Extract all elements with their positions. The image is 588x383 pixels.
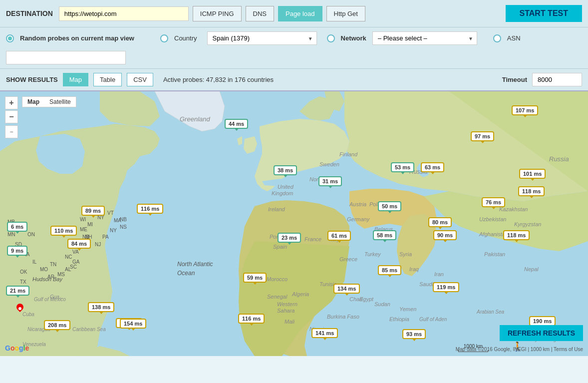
table-view-btn[interactable]: Table: [93, 73, 122, 86]
map-view-btn[interactable]: Map: [63, 73, 88, 86]
ping-bubble-2[interactable]: 97 ms: [471, 131, 494, 141]
asn-input[interactable]: [6, 51, 126, 64]
page-load-btn[interactable]: Page load: [278, 6, 322, 21]
ping-bubble-24[interactable]: 85 ms: [378, 265, 401, 275]
svg-text:Russia: Russia: [549, 155, 569, 163]
svg-text:OK: OK: [20, 269, 27, 275]
ping-bubble-29[interactable]: 141 ms: [311, 328, 338, 338]
ping-bubble-5[interactable]: 63 ms: [421, 162, 444, 172]
svg-text:ON: ON: [27, 232, 35, 237]
ping-bubble-33[interactable]: 154 ms: [120, 319, 146, 329]
svg-text:Iran: Iran: [434, 271, 444, 277]
results-bar: SHOW RESULTS Map Table CSV Active probes…: [0, 69, 588, 91]
map-type-map-btn[interactable]: Map: [22, 97, 44, 107]
svg-text:TX: TX: [20, 279, 26, 285]
csv-view-btn[interactable]: CSV: [127, 73, 153, 86]
ping-bubble-9[interactable]: 50 ms: [378, 201, 401, 211]
country-radio[interactable]: [160, 34, 168, 42]
svg-text:WI: WI: [80, 217, 86, 222]
svg-text:Turkey: Turkey: [364, 251, 381, 257]
svg-text:Kyrgyzstan: Kyrgyzstan: [514, 221, 541, 227]
url-input[interactable]: [59, 6, 189, 21]
svg-text:NY: NY: [110, 228, 117, 233]
svg-text:ME: ME: [80, 227, 87, 232]
svg-text:Algeria: Algeria: [292, 291, 309, 297]
svg-text:Germany: Germany: [347, 216, 370, 222]
ping-bubble-20[interactable]: 84 ms: [67, 239, 91, 249]
svg-text:MN: MN: [7, 232, 15, 237]
ping-bubble-15[interactable]: 61 ms: [327, 231, 351, 241]
ping-bubble-21[interactable]: 6 ms: [7, 222, 27, 232]
ping-bubble-22[interactable]: 9 ms: [7, 246, 27, 256]
ping-bubble-12[interactable]: 116 ms: [137, 204, 163, 214]
ping-bubble-16[interactable]: 58 ms: [373, 230, 396, 240]
ping-bubble-8[interactable]: 118 ms: [518, 186, 545, 196]
http-get-btn[interactable]: Http Get: [326, 6, 365, 21]
ping-bubble-34[interactable]: 208 ms: [44, 320, 70, 330]
svg-text:NC: NC: [65, 254, 72, 260]
svg-text:MO: MO: [40, 267, 48, 272]
ping-bubble-31[interactable]: 138 ms: [88, 302, 114, 312]
svg-text:Mali: Mali: [285, 319, 295, 325]
svg-text:Ocean: Ocean: [177, 270, 195, 277]
asn-radio[interactable]: [493, 34, 501, 42]
svg-text:MI: MI: [87, 222, 93, 227]
dns-btn[interactable]: DNS: [246, 6, 274, 21]
svg-text:Greenland: Greenland: [180, 115, 210, 123]
ping-bubble-28[interactable]: 116 ms: [238, 314, 265, 324]
map-scale: 1000 km: [458, 344, 488, 352]
ping-bubble-13[interactable]: 89 ms: [81, 206, 105, 216]
google-logo: Google: [5, 344, 29, 352]
svg-text:NB: NB: [120, 217, 127, 222]
ping-bubble-14[interactable]: 23 ms: [278, 233, 301, 243]
svg-text:MS: MS: [57, 272, 65, 277]
zoom-out-btn[interactable]: −: [5, 110, 18, 123]
map-svg: Hudson Bay North Atlantic Ocean ON MB MN…: [0, 91, 588, 356]
ping-bubble-1[interactable]: 107 ms: [512, 105, 538, 115]
ping-bubble-3[interactable]: 38 ms: [274, 165, 297, 175]
svg-text:Uzbekistan: Uzbekistan: [479, 216, 506, 222]
svg-text:North Atlantic: North Atlantic: [177, 261, 213, 268]
svg-text:United: United: [278, 184, 294, 190]
svg-text:Caribbean Sea: Caribbean Sea: [72, 327, 106, 332]
svg-text:Austria: Austria: [349, 201, 366, 207]
ping-bubble-6[interactable]: 101 ms: [519, 169, 546, 179]
map-type-satellite-btn[interactable]: Satellite: [44, 97, 76, 107]
ping-bubble-27[interactable]: 21 ms: [6, 286, 29, 296]
svg-text:AR: AR: [47, 274, 54, 280]
svg-text:Sudan: Sudan: [374, 301, 390, 307]
svg-text:Egypt: Egypt: [359, 296, 374, 302]
icmp-ping-btn[interactable]: ICMP PING: [193, 6, 242, 21]
ping-bubble-30[interactable]: 93 ms: [402, 329, 426, 339]
ping-bubble-0[interactable]: 44 ms: [225, 119, 248, 129]
svg-text:Ethiopia: Ethiopia: [389, 316, 409, 322]
ping-bubble-7[interactable]: 31 ms: [318, 176, 342, 186]
svg-text:Gulf of Aden: Gulf of Aden: [419, 317, 447, 322]
ping-bubble-19[interactable]: 110 ms: [50, 226, 77, 236]
nav-control[interactable]: −: [5, 125, 18, 138]
random-probes-radio[interactable]: [6, 34, 14, 42]
svg-text:Gua...: Gua...: [50, 294, 63, 300]
svg-text:IL: IL: [32, 259, 37, 265]
network-select[interactable]: – Please select –: [372, 31, 477, 45]
map-container[interactable]: Hudson Bay North Atlantic Ocean ON MB MN…: [0, 91, 588, 356]
zoom-in-btn[interactable]: +: [5, 96, 18, 109]
ping-bubble-10[interactable]: 76 ms: [482, 197, 505, 207]
country-select[interactable]: Spain (1379) Germany France United State…: [207, 31, 317, 45]
svg-text:Syria: Syria: [399, 251, 412, 257]
ping-bubble-35[interactable]: 190 ms: [529, 316, 556, 326]
svg-text:Morocco: Morocco: [267, 276, 288, 282]
country-select-wrapper: Spain (1379) Germany France United State…: [207, 31, 317, 45]
timeout-input[interactable]: [532, 73, 582, 86]
ping-bubble-25[interactable]: 119 ms: [433, 282, 459, 292]
network-radio[interactable]: [327, 34, 335, 42]
start-test-button[interactable]: START TEST: [506, 5, 582, 22]
ping-bubble-26[interactable]: 134 ms: [333, 284, 360, 294]
ping-bubble-11[interactable]: 80 ms: [428, 217, 452, 227]
ping-bubble-17[interactable]: 90 ms: [433, 230, 457, 240]
ping-bubble-18[interactable]: 118 ms: [503, 230, 530, 240]
ping-bubble-23[interactable]: 59 ms: [243, 273, 267, 283]
refresh-results-button[interactable]: REFRESH RESULTS: [500, 325, 583, 341]
asn-label: ASN: [507, 34, 521, 42]
ping-bubble-4[interactable]: 53 ms: [391, 162, 414, 172]
